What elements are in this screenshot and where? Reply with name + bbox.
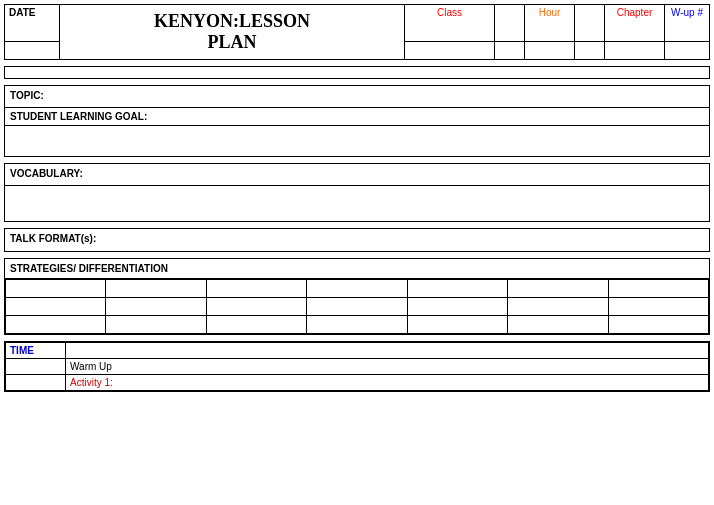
strategies-label: STRATEGIES/ DIFFERENTIATION xyxy=(5,259,709,279)
hour-value-cell[interactable] xyxy=(525,42,575,60)
strat-cell[interactable] xyxy=(608,298,708,316)
strat-cell[interactable] xyxy=(6,298,106,316)
class-cell: Class xyxy=(405,5,495,42)
strat-cell[interactable] xyxy=(106,298,206,316)
warm-up-row: Warm Up xyxy=(6,359,709,375)
time-header-spacer xyxy=(66,343,709,359)
strat-cell[interactable] xyxy=(407,316,507,334)
strat-cell[interactable] xyxy=(608,280,708,298)
strat-cell[interactable] xyxy=(508,280,608,298)
activity1-label: Activity 1: xyxy=(66,375,709,391)
date-label: DATE xyxy=(9,7,35,18)
strat-cell[interactable] xyxy=(407,280,507,298)
time-header-row: TIME xyxy=(6,343,709,359)
page-wrapper: DATE KENYON:LESSON PLAN Class Hour Chapt… xyxy=(0,0,714,402)
activity1-row: Activity 1: xyxy=(6,375,709,391)
strat-cell[interactable] xyxy=(307,316,407,334)
strat-cell[interactable] xyxy=(508,298,608,316)
chapter-cell: Chapter xyxy=(605,5,665,42)
class-value-cell[interactable] xyxy=(405,42,495,60)
strat-cell[interactable] xyxy=(508,316,608,334)
strategies-row-1 xyxy=(6,280,709,298)
warm-up-label: Warm Up xyxy=(66,359,709,375)
strategies-row-2 xyxy=(6,298,709,316)
warm-up-time-cell[interactable] xyxy=(6,359,66,375)
chapter-value-cell[interactable] xyxy=(605,42,665,60)
topic-slg-section: TOPIC: STUDENT LEARNING GOAL: xyxy=(4,85,710,157)
date-cell: DATE xyxy=(5,5,60,42)
strat-cell[interactable] xyxy=(106,280,206,298)
vocabulary-content[interactable] xyxy=(5,186,709,221)
strat-cell[interactable] xyxy=(6,316,106,334)
class-sub-cell xyxy=(495,5,525,42)
hour-sub-cell xyxy=(575,5,605,42)
date-value-cell[interactable] xyxy=(5,42,60,60)
lesson-title: KENYON:LESSON PLAN xyxy=(64,7,400,57)
strat-cell[interactable] xyxy=(106,316,206,334)
hour-cell: Hour xyxy=(525,5,575,42)
class-sub-value[interactable] xyxy=(495,42,525,60)
wup-value-cell[interactable] xyxy=(665,42,710,60)
time-section: TIME Warm Up Activity 1: xyxy=(4,341,710,392)
time-table: TIME Warm Up Activity 1: xyxy=(5,342,709,391)
vocabulary-label: VOCABULARY: xyxy=(5,164,709,186)
strat-cell[interactable] xyxy=(407,298,507,316)
strat-cell[interactable] xyxy=(206,280,306,298)
strat-cell[interactable] xyxy=(206,298,306,316)
hour-label: Hour xyxy=(539,7,561,18)
time-label: TIME xyxy=(6,343,66,359)
strat-cell[interactable] xyxy=(6,280,106,298)
activity1-time-cell[interactable] xyxy=(6,375,66,391)
strat-cell[interactable] xyxy=(307,298,407,316)
wup-cell: W-up # xyxy=(665,5,710,42)
spacer-row xyxy=(4,66,710,79)
strat-cell[interactable] xyxy=(206,316,306,334)
talk-format-label: TALK FORMAT(s): xyxy=(5,229,709,251)
chapter-label: Chapter xyxy=(617,7,653,18)
slg-label: STUDENT LEARNING GOAL: xyxy=(5,108,709,126)
header-table: DATE KENYON:LESSON PLAN Class Hour Chapt… xyxy=(4,4,710,60)
hour-sub-value[interactable] xyxy=(575,42,605,60)
wup-label: W-up # xyxy=(671,7,703,18)
strategies-row-3 xyxy=(6,316,709,334)
strategies-section: STRATEGIES/ DIFFERENTIATION xyxy=(4,258,710,335)
slg-content[interactable] xyxy=(5,126,709,156)
topic-row: TOPIC: xyxy=(5,86,709,108)
topic-label: TOPIC: xyxy=(10,90,44,101)
class-label: Class xyxy=(437,7,462,18)
strategies-grid xyxy=(5,279,709,334)
talk-format-section: TALK FORMAT(s): xyxy=(4,228,710,252)
vocabulary-section: VOCABULARY: xyxy=(4,163,710,222)
strat-cell[interactable] xyxy=(608,316,708,334)
title-cell: KENYON:LESSON PLAN xyxy=(60,5,405,60)
strat-cell[interactable] xyxy=(307,280,407,298)
